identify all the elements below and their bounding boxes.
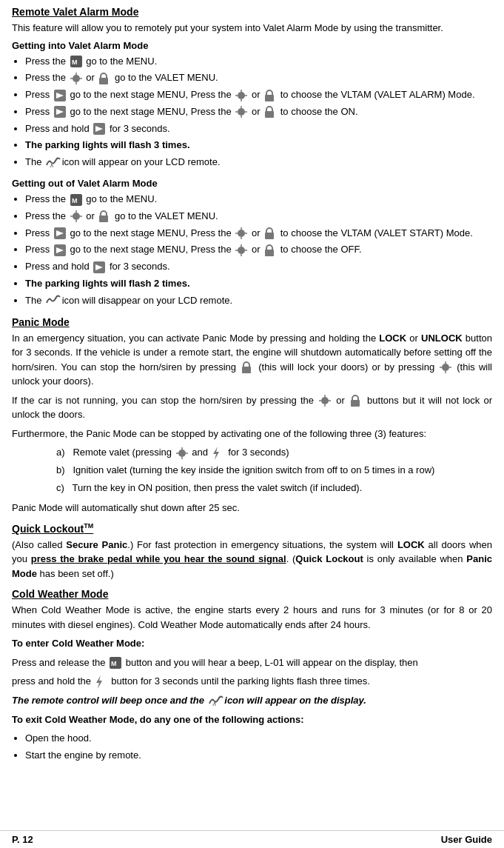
intro-text: This feature will allow you to remotely …	[12, 21, 492, 36]
lock-icon	[98, 72, 111, 85]
page-content: Remote Valet Alarm Mode This feature wil…	[12, 6, 492, 793]
list-item: Press go to the next stage MENU, Press t…	[25, 242, 492, 258]
svg-point-29	[73, 213, 80, 220]
sun-icon-6	[235, 244, 248, 257]
list-item: The icon will disappear on your LCD remo…	[25, 293, 492, 309]
lock-icon-panic2	[349, 394, 363, 407]
svg-point-65	[178, 450, 186, 457]
text-press-the: Press the	[25, 56, 69, 67]
svg-text:∧: ∧	[212, 700, 217, 707]
panic-para3: Furthermore, the Panic Mode can be stopp…	[12, 427, 492, 441]
menu-icon-2: M	[70, 193, 83, 207]
sun-icon-3	[235, 105, 248, 118]
lock-icon-3	[263, 105, 277, 118]
svg-point-2	[73, 75, 80, 82]
quick-lockout-heading: Quick LockoutTM	[12, 522, 492, 535]
panic-sub-item-b: b) Ignition valet (turning the key insid…	[56, 463, 492, 478]
section-panic-mode: Panic Mode In an emergency situation, yo…	[12, 316, 492, 515]
footer-page: P. 12	[12, 834, 33, 845]
sun-icon-panic2	[318, 394, 332, 407]
lock-icon-5	[263, 227, 277, 240]
svg-rect-64	[351, 400, 360, 407]
sun-icon-5	[235, 227, 248, 240]
arrow-icon-5	[53, 244, 67, 257]
panic-sub-list: a) Remote valet (pressing and for 3 seco…	[41, 445, 492, 495]
svg-point-54	[442, 364, 449, 371]
wave-icon: ∧	[45, 156, 58, 170]
svg-text:M: M	[111, 660, 117, 667]
tm-superscript: TM	[84, 522, 93, 530]
svg-point-10	[238, 92, 245, 99]
panic-mode-heading: Panic Mode	[12, 316, 492, 328]
lock-icon-panic	[241, 361, 254, 374]
arrow-icon-4	[53, 227, 67, 240]
svg-point-59	[321, 397, 329, 404]
list-item: Press the or go to the VALET MENU.	[25, 70, 492, 86]
footer-guide: User Guide	[441, 834, 492, 845]
to-exit-heading: To exit Cold Weather Mode, do any one of…	[12, 712, 492, 727]
svg-rect-7	[99, 78, 108, 84]
bolt-icon-cw	[95, 675, 108, 689]
sun-icon	[70, 72, 83, 85]
page-title: Remote Valet Alarm Mode	[12, 6, 492, 18]
list-item: Press and hold for 3 seconds.	[25, 259, 492, 275]
svg-rect-15	[265, 95, 274, 101]
cold-weather-heading: Cold Weather Mode	[12, 588, 492, 600]
quick-lockout-para: (Also called Secure Panic.) For fast pro…	[12, 538, 492, 581]
getting-out-list: Press the M go to the MENU. Press the or…	[25, 192, 492, 309]
menu-icon-cw: M	[109, 656, 122, 670]
footer: P. 12 User Guide	[0, 830, 504, 848]
section-cold-weather: Cold Weather Mode When Cold Weather Mode…	[12, 588, 492, 763]
lock-icon-6	[263, 244, 277, 257]
sun-icon-2	[235, 89, 248, 102]
panic-sub-item-c: c) Turn the key in ON position, then pre…	[56, 481, 492, 496]
wave-icon-2	[45, 294, 58, 307]
svg-text:∧: ∧	[50, 162, 54, 168]
wave-icon-cw: ∧	[208, 695, 221, 708]
list-item: Press the M go to the MENU.	[25, 192, 492, 207]
lock-icon-4	[98, 210, 111, 223]
cold-weather-para1: When Cold Weather Mode is active, the en…	[12, 603, 492, 632]
svg-rect-50	[265, 250, 274, 256]
arrow-icon-3	[93, 122, 106, 136]
panic-sub-item-a: a) Remote valet (pressing and for 3 seco…	[56, 445, 492, 461]
svg-point-37	[238, 230, 245, 237]
list-item: Press go to the next stage MENU, Press t…	[25, 226, 492, 241]
svg-rect-53	[242, 367, 251, 373]
svg-text:M: M	[72, 197, 78, 204]
arrow-icon-6	[93, 261, 106, 274]
to-enter-para2: press and hold the button for 3 seconds …	[12, 674, 492, 689]
svg-rect-34	[99, 216, 108, 222]
section-getting-into: Getting into Valet Alarm Mode Press the …	[12, 40, 492, 171]
bolt-icon	[212, 447, 225, 460]
arrow-icon	[53, 89, 67, 102]
getting-out-heading: Getting out of Valet Alarm Mode	[12, 178, 492, 189]
list-item: Press and hold for 3 seconds.	[25, 121, 492, 137]
list-item: Press go to the next stage MENU, Press t…	[25, 87, 492, 103]
list-item-bold: The parking lights will flash 3 times.	[25, 138, 492, 153]
menu-icon: M	[70, 55, 83, 68]
italic-line: The remote control will beep once and th…	[12, 693, 492, 708]
getting-into-heading: Getting into Valet Alarm Mode	[12, 40, 492, 51]
list-item-bold: The parking lights will flash 2 times.	[25, 276, 492, 292]
svg-marker-73	[96, 675, 102, 689]
to-enter-heading: To enter Cold Weather Mode:	[12, 636, 492, 651]
svg-point-18	[238, 108, 245, 116]
svg-text:M: M	[72, 59, 78, 66]
panic-para2: If the car is not running, you can stop …	[12, 393, 492, 422]
section-quick-lockout: Quick LockoutTM (Also called Secure Pani…	[12, 522, 492, 581]
svg-rect-23	[265, 111, 274, 118]
getting-into-list: Press the M go to the MENU. Press the or…	[25, 54, 492, 171]
sun-icon-rv	[175, 447, 189, 460]
list-item: Press go to the next stage MENU, Press t…	[25, 104, 492, 120]
sun-icon-panic	[439, 361, 452, 374]
exit-list: Open the hood. Start the engine by remot…	[25, 731, 492, 764]
panic-para1: In an emergency situation, you can activ…	[12, 331, 492, 389]
list-item: Start the engine by remote.	[25, 748, 492, 764]
list-item: Open the hood.	[25, 731, 492, 747]
list-item: Press the or go to the VALET MENU.	[25, 209, 492, 224]
to-enter-para: Press and release the M button and you w…	[12, 655, 492, 670]
arrow-icon-2	[53, 105, 67, 118]
svg-rect-42	[265, 233, 274, 239]
svg-marker-70	[213, 447, 219, 460]
